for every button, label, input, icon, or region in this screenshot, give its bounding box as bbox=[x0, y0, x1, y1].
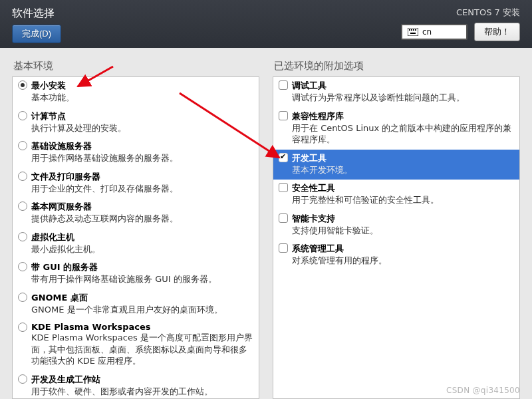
option-desc: 用于在 CentOS Linux 的之前版本中构建的应用程序的兼容程序库。 bbox=[292, 122, 514, 146]
option-desc: 调试行为异常程序以及诊断性能问题的工具。 bbox=[292, 92, 514, 104]
checkbox-icon[interactable] bbox=[279, 213, 288, 223]
option-desc: 带有用于操作网络基础设施服务 GUI 的服务器。 bbox=[31, 273, 253, 285]
option-desc: 对系统管理有用的程序。 bbox=[292, 255, 514, 267]
option-label: 智能卡支持 bbox=[292, 213, 335, 225]
addon-item[interactable]: 智能卡支持支持使用智能卡验证。 bbox=[273, 210, 519, 241]
svg-rect-0 bbox=[408, 28, 418, 36]
option-label: 兼容性程序库 bbox=[292, 110, 344, 122]
option-label: 计算节点 bbox=[31, 110, 66, 122]
option-desc: 基本开发环境。 bbox=[292, 164, 514, 176]
option-label: 安全性工具 bbox=[292, 182, 335, 194]
base-environment-panel: 基本环境 最小安装基本功能。计算节点执行计算及处理的安装。基础设施服务器用于操作… bbox=[12, 60, 259, 399]
radio-icon[interactable] bbox=[18, 172, 27, 181]
checkbox-icon[interactable] bbox=[279, 80, 288, 90]
base-environment-title: 基本环境 bbox=[12, 60, 259, 72]
radio-icon[interactable] bbox=[18, 80, 27, 90]
option-label: 最小安装 bbox=[31, 80, 66, 92]
page-title: 软件选择 bbox=[12, 7, 61, 21]
svg-rect-4 bbox=[415, 29, 416, 31]
base-env-item[interactable]: 计算节点执行计算及处理的安装。 bbox=[13, 108, 259, 138]
done-button[interactable]: 完成(D) bbox=[12, 25, 61, 43]
option-label: 文件及打印服务器 bbox=[31, 171, 100, 183]
option-label: 带 GUI 的服务器 bbox=[31, 261, 98, 273]
option-label: 开发及生成工作站 bbox=[31, 374, 100, 386]
option-label: 系统管理工具 bbox=[292, 243, 344, 255]
addons-list-box: 调试工具调试行为异常程序以及诊断性能问题的工具。兼容性程序库用于在 CentOS… bbox=[273, 76, 520, 399]
option-label: 调试工具 bbox=[292, 80, 327, 92]
radio-icon[interactable] bbox=[18, 323, 27, 332]
option-label: 开发工具 bbox=[292, 152, 327, 164]
watermark: CSDN @qi341500 bbox=[446, 386, 520, 395]
option-desc: 用于企业的文件、打印及存储服务器。 bbox=[31, 183, 253, 195]
keyboard-layout-indicator[interactable]: cn bbox=[401, 24, 467, 40]
header-left: 软件选择 完成(D) bbox=[12, 7, 61, 43]
base-env-item[interactable]: 开发及生成工作站用于软件、硬件、图形或者内容开发的工作站。 bbox=[13, 371, 259, 399]
content-area: 基本环境 最小安装基本功能。计算节点执行计算及处理的安装。基础设施服务器用于操作… bbox=[0, 48, 532, 399]
header-controls: cn 帮助！ bbox=[401, 23, 520, 41]
addon-item[interactable]: 开发工具基本开发环境。 bbox=[273, 150, 519, 180]
option-label: 基本网页服务器 bbox=[31, 201, 92, 213]
base-env-item[interactable]: 基础设施服务器用于操作网络基础设施服务的服务器。 bbox=[13, 138, 259, 168]
option-label: GNOME 桌面 bbox=[31, 292, 88, 304]
radio-icon[interactable] bbox=[18, 262, 27, 271]
checkbox-icon[interactable] bbox=[279, 153, 288, 162]
option-desc: GNOME 是一个非常直观且用户友好的桌面环境。 bbox=[31, 304, 253, 316]
header-bar: 软件选择 完成(D) CENTOS 7 安装 cn 帮助！ bbox=[0, 0, 532, 48]
header-right: CENTOS 7 安装 cn 帮助！ bbox=[401, 7, 520, 41]
base-env-item[interactable]: GNOME 桌面GNOME 是一个非常直观且用户友好的桌面环境。 bbox=[13, 289, 259, 320]
option-desc: 用于完整性和可信验证的安全性工具。 bbox=[292, 194, 514, 206]
option-desc: 执行计算及处理的安装。 bbox=[31, 122, 253, 134]
option-label: 虚拟化主机 bbox=[31, 231, 74, 243]
base-env-item[interactable]: KDE Plasma WorkspacesKDE Plasma Workspac… bbox=[13, 319, 259, 371]
addons-title: 已选环境的附加选项 bbox=[273, 60, 520, 72]
checkbox-icon[interactable] bbox=[279, 243, 288, 253]
option-label: 基础设施服务器 bbox=[31, 140, 92, 152]
option-desc: 提供静态及动态互联网内容的服务器。 bbox=[31, 213, 253, 225]
addon-item[interactable]: 兼容性程序库用于在 CentOS Linux 的之前版本中构建的应用程序的兼容程… bbox=[273, 108, 519, 150]
radio-icon[interactable] bbox=[18, 141, 27, 150]
option-label: KDE Plasma Workspaces bbox=[31, 322, 151, 332]
addon-item[interactable]: 系统管理工具对系统管理有用的程序。 bbox=[273, 240, 519, 271]
addon-item[interactable]: 安全性工具用于完整性和可信验证的安全性工具。 bbox=[273, 180, 519, 210]
base-env-item[interactable]: 文件及打印服务器用于企业的文件、打印及存储服务器。 bbox=[13, 168, 259, 199]
radio-icon[interactable] bbox=[18, 201, 27, 211]
svg-rect-5 bbox=[410, 33, 416, 34]
option-desc: 最小虚拟化主机。 bbox=[31, 243, 253, 255]
keyboard-icon bbox=[408, 28, 418, 36]
keyboard-layout-code: cn bbox=[422, 27, 432, 37]
svg-rect-1 bbox=[409, 29, 410, 31]
radio-icon[interactable] bbox=[18, 293, 27, 302]
option-desc: KDE Plasma Workspaces 是一个高度可配置图形用户界面，其中包… bbox=[31, 332, 253, 367]
option-desc: 用于操作网络基础设施服务的服务器。 bbox=[31, 152, 253, 164]
addon-item[interactable]: 调试工具调试行为异常程序以及诊断性能问题的工具。 bbox=[273, 77, 519, 108]
radio-icon[interactable] bbox=[18, 232, 27, 241]
checkbox-icon[interactable] bbox=[279, 183, 288, 192]
addons-list: 调试工具调试行为异常程序以及诊断性能问题的工具。兼容性程序库用于在 CentOS… bbox=[273, 77, 519, 271]
base-env-item[interactable]: 最小安装基本功能。 bbox=[13, 77, 259, 108]
svg-rect-3 bbox=[413, 29, 414, 31]
base-environment-list: 最小安装基本功能。计算节点执行计算及处理的安装。基础设施服务器用于操作网络基础设… bbox=[13, 77, 259, 399]
base-environment-list-box: 最小安装基本功能。计算节点执行计算及处理的安装。基础设施服务器用于操作网络基础设… bbox=[12, 76, 259, 399]
base-env-item[interactable]: 基本网页服务器提供静态及动态互联网内容的服务器。 bbox=[13, 198, 259, 229]
checkbox-icon[interactable] bbox=[279, 111, 288, 120]
radio-icon[interactable] bbox=[18, 111, 27, 120]
addons-panel: 已选环境的附加选项 调试工具调试行为异常程序以及诊断性能问题的工具。兼容性程序库… bbox=[273, 60, 520, 399]
base-env-item[interactable]: 带 GUI 的服务器带有用于操作网络基础设施服务 GUI 的服务器。 bbox=[13, 259, 259, 289]
option-desc: 用于软件、硬件、图形或者内容开发的工作站。 bbox=[31, 386, 253, 398]
installer-label: CENTOS 7 安装 bbox=[456, 7, 520, 19]
base-env-item[interactable]: 虚拟化主机最小虚拟化主机。 bbox=[13, 229, 259, 259]
option-desc: 基本功能。 bbox=[31, 92, 253, 104]
radio-icon[interactable] bbox=[18, 374, 27, 384]
svg-rect-2 bbox=[411, 29, 412, 31]
option-desc: 支持使用智能卡验证。 bbox=[292, 225, 514, 237]
help-button[interactable]: 帮助！ bbox=[474, 23, 520, 41]
